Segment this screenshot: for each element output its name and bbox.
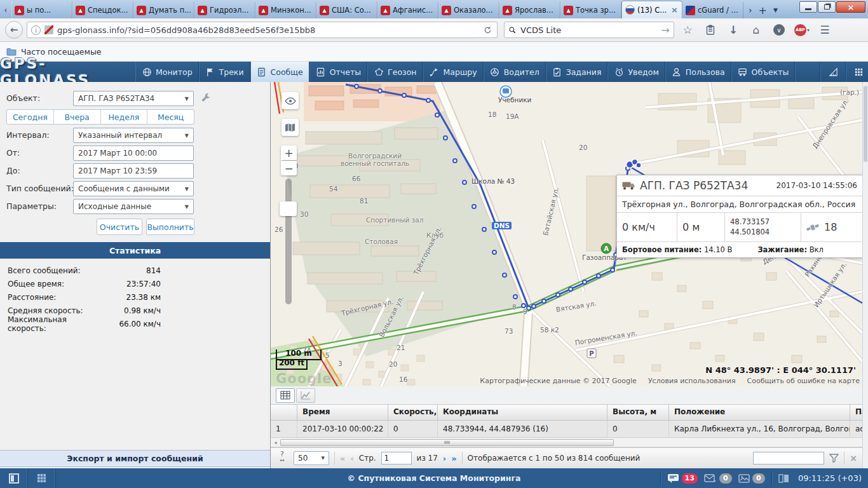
filter-input[interactable] bbox=[753, 452, 824, 464]
browser-tab[interactable]: Минэкон... bbox=[255, 2, 316, 18]
clear-button[interactable]: Очистить bbox=[97, 219, 142, 235]
column-header[interactable]: Координаты bbox=[438, 405, 607, 420]
object-select[interactable]: АГП. ГАЗ Р652ТА34▼ bbox=[73, 91, 194, 106]
report-error-link[interactable]: Сообщить об ошибке на карте bbox=[747, 377, 860, 385]
browser-tab[interactable]: (13) С...× bbox=[621, 1, 682, 18]
chart-view-button[interactable] bbox=[296, 388, 315, 403]
column-header[interactable] bbox=[271, 405, 297, 420]
clear-filter-icon[interactable]: × bbox=[850, 453, 857, 463]
map-canvas[interactable]: A P Учебники19А1820Школа № 43Волгоградск… bbox=[271, 82, 862, 386]
toggle-grid-button[interactable] bbox=[28, 468, 56, 488]
nav-units[interactable]: Объекты bbox=[731, 62, 796, 82]
first-page-button[interactable]: « bbox=[340, 454, 345, 463]
zoom-slider-handle[interactable] bbox=[280, 201, 297, 216]
plugin-blocked-icon[interactable] bbox=[44, 25, 53, 34]
scrollbar-thumb[interactable] bbox=[280, 439, 614, 446]
bookmark-star-icon[interactable]: ☆ bbox=[678, 20, 697, 39]
search-input[interactable]: VCDS Lite bbox=[520, 25, 658, 35]
column-header[interactable]: Скорость, км/ч bbox=[388, 405, 438, 420]
terms-link[interactable]: Условия использования bbox=[648, 377, 736, 385]
parameters-select[interactable]: Исходные данные▼ bbox=[73, 199, 194, 214]
wrench-icon[interactable] bbox=[201, 93, 212, 104]
page-size-select[interactable]: 50▼ bbox=[294, 451, 329, 465]
browser-tab[interactable]: Думать п... bbox=[133, 2, 194, 18]
messages-indicator[interactable]: 13 bbox=[667, 473, 698, 484]
nav-geofences[interactable]: Геозон bbox=[367, 62, 423, 82]
reload-button[interactable] bbox=[478, 22, 498, 38]
nav-messages[interactable]: Сообще bbox=[250, 62, 309, 82]
nav-jobs[interactable]: Задания bbox=[546, 62, 608, 82]
table-cell[interactable]: 0 bbox=[388, 421, 438, 437]
map-layers-button[interactable] bbox=[281, 119, 299, 136]
page-scrollbar-thumb[interactable] bbox=[864, 86, 867, 162]
home-icon[interactable]: ⌂ bbox=[747, 20, 766, 39]
table-cell[interactable]: асс bbox=[850, 421, 862, 437]
prev-page-button[interactable]: ‹ bbox=[350, 454, 353, 463]
site-info-icon[interactable]: i bbox=[31, 25, 41, 35]
zoom-in-button[interactable]: + bbox=[281, 146, 297, 160]
filter-funnel-icon[interactable] bbox=[829, 454, 839, 463]
pocket-icon[interactable]: ∨ bbox=[770, 20, 789, 39]
browser-tab[interactable]: Гидроэл... bbox=[194, 2, 255, 18]
search-go-icon[interactable]: → bbox=[661, 24, 670, 36]
map-visibility-button[interactable] bbox=[281, 92, 299, 109]
nav-search-button[interactable] bbox=[795, 62, 820, 82]
clipboard-icon[interactable] bbox=[701, 20, 720, 39]
execute-button[interactable]: Выполнить bbox=[146, 219, 194, 235]
nav-ruler-button[interactable] bbox=[820, 62, 846, 82]
page-scrollbar[interactable] bbox=[862, 82, 868, 468]
interval-select[interactable]: Указанный интервал▼ bbox=[73, 128, 194, 143]
zoom-slider-track[interactable] bbox=[285, 179, 292, 304]
url-text[interactable]: gps-glonass.info/?sid=056dd908a46b28d83e… bbox=[57, 25, 475, 35]
search-bar[interactable]: VCDS Lite → bbox=[504, 22, 674, 38]
table-cell[interactable]: 2017-03-10 00:00:22 bbox=[297, 421, 388, 437]
page-number-input[interactable]: 1 bbox=[381, 452, 412, 464]
nav-reports[interactable]: Отчеты bbox=[309, 62, 367, 82]
range-today-button[interactable]: Сегодня bbox=[7, 110, 54, 124]
browser-tab[interactable]: Оказало... bbox=[438, 2, 499, 18]
nav-apps-button[interactable] bbox=[846, 62, 868, 82]
to-datetime-input[interactable]: 2017 Март 10 23:59 bbox=[73, 163, 194, 179]
browser-tab[interactable]: ы по... bbox=[11, 2, 72, 18]
zoom-out-button[interactable]: − bbox=[281, 161, 297, 175]
column-header[interactable]: Пар bbox=[850, 405, 862, 420]
adblock-icon[interactable]: ABP▾ bbox=[792, 20, 811, 39]
tab-scroll-left-icon[interactable]: ‹ bbox=[0, 2, 11, 18]
nav-monitoring[interactable]: Монитор bbox=[135, 62, 199, 82]
back-button[interactable]: ← bbox=[5, 21, 23, 39]
url-bar[interactable]: i gps-glonass.info/?sid=056dd908a46b28d8… bbox=[27, 22, 479, 38]
browser-tab[interactable]: Афганис... bbox=[377, 2, 438, 18]
tab-list-icon[interactable]: ▼ bbox=[773, 7, 778, 13]
minimize-button[interactable] bbox=[799, 1, 817, 13]
close-button[interactable]: × bbox=[836, 1, 865, 13]
table-cell[interactable]: 0 bbox=[607, 421, 669, 437]
tab-close-icon[interactable]: × bbox=[670, 5, 679, 15]
horizontal-scrollbar[interactable]: ◂ bbox=[271, 438, 862, 447]
range-yesterday-button[interactable]: Вчера bbox=[54, 110, 101, 124]
next-page-button[interactable]: › bbox=[443, 454, 446, 463]
nav-tracks[interactable]: Треки bbox=[199, 62, 250, 82]
nav-drivers[interactable]: Водител bbox=[484, 62, 546, 82]
mail-indicator[interactable]: 0 bbox=[704, 473, 732, 484]
media-indicator[interactable]: 0 bbox=[738, 473, 765, 484]
browser-tab[interactable]: США: Со... bbox=[316, 2, 377, 18]
table-cell[interactable]: Карла Либкнехта ул., 16, Волгоград, Волг… bbox=[669, 421, 850, 437]
nav-routes[interactable]: Маршру bbox=[423, 62, 484, 82]
message-type-select[interactable]: Сообщения с данными▼ bbox=[73, 181, 194, 196]
browser-tab[interactable]: Спецдок... bbox=[72, 2, 133, 18]
table-cell[interactable]: 1 bbox=[271, 421, 297, 437]
column-resize-help-icon[interactable]: ?↔ bbox=[276, 451, 288, 465]
table-row[interactable]: 12017-03-10 00:00:22048.733944, 44.48793… bbox=[271, 421, 862, 438]
nav-notifications[interactable]: Уведом bbox=[607, 62, 665, 82]
split-view-icon[interactable] bbox=[778, 474, 789, 483]
restore-button[interactable] bbox=[818, 1, 836, 13]
range-month-button[interactable]: Месяц bbox=[147, 110, 194, 124]
last-page-button[interactable]: » bbox=[451, 454, 456, 463]
from-datetime-input[interactable]: 2017 Март 10 00:00 bbox=[73, 146, 194, 161]
new-tab-button[interactable]: + bbox=[759, 4, 767, 17]
downloads-icon[interactable]: ↓ bbox=[724, 20, 743, 39]
tab-scroll-right-icon[interactable]: › bbox=[749, 5, 752, 15]
nav-users[interactable]: Пользова bbox=[665, 62, 731, 82]
browser-tab[interactable]: Ярослав... bbox=[499, 2, 560, 18]
browser-tab[interactable]: cGuard / ... bbox=[682, 2, 743, 18]
